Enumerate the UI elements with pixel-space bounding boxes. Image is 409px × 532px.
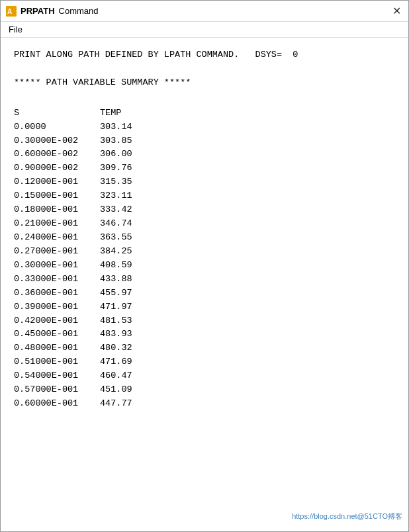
table-row: 0.57000E-001 451.09 xyxy=(14,383,395,397)
table-header: S TEMP xyxy=(14,107,395,120)
table-row: 0.51000E-001 471.69 xyxy=(14,355,395,369)
app-icon: A xyxy=(6,6,17,17)
cell-s: 0.0000 xyxy=(14,120,100,134)
table-row: 0.33000E-001 433.88 xyxy=(14,273,395,287)
table-row: 0.12000E-001 315.35 xyxy=(14,175,395,189)
cell-temp: 315.35 xyxy=(100,175,166,189)
menu-file[interactable]: File xyxy=(3,23,28,36)
window-command-label: Command xyxy=(59,6,99,16)
spacer-1 xyxy=(14,62,395,76)
table-row: 0.18000E-001 333.42 xyxy=(14,203,395,217)
cell-temp: 451.09 xyxy=(100,383,166,397)
cell-s: 0.48000E-001 xyxy=(14,341,100,355)
cell-temp: 303.85 xyxy=(100,134,166,148)
cell-s: 0.33000E-001 xyxy=(14,273,100,287)
col-temp-header: TEMP xyxy=(100,107,166,120)
table-row: 0.24000E-001 363.55 xyxy=(14,231,395,245)
title-bar-text: PRPATH Command xyxy=(21,6,390,16)
cell-temp: 460.47 xyxy=(100,369,166,383)
cell-s: 0.42000E-001 xyxy=(14,314,100,328)
table-row: 0.27000E-001 384.25 xyxy=(14,245,395,259)
cell-s: 0.12000E-001 xyxy=(14,175,100,189)
table-row: 0.21000E-001 346.74 xyxy=(14,217,395,231)
cell-temp: 303.14 xyxy=(100,120,166,134)
table-row: 0.45000E-001 483.93 xyxy=(14,328,395,341)
cell-s: 0.57000E-001 xyxy=(14,383,100,397)
cell-s: 0.45000E-001 xyxy=(14,328,100,341)
main-window: A PRPATH Command ✕ File PRINT ALONG PATH… xyxy=(0,0,409,532)
cell-temp: 480.32 xyxy=(100,341,166,355)
cell-s: 0.90000E-002 xyxy=(14,161,100,175)
cell-temp: 306.00 xyxy=(100,148,166,161)
data-table: S TEMP xyxy=(14,107,395,120)
cell-s: 0.51000E-001 xyxy=(14,355,100,369)
table-row: 0.60000E-001 447.77 xyxy=(14,397,395,411)
menu-bar: File xyxy=(1,22,408,38)
summary-title: ***** PATH VARIABLE SUMMARY ***** xyxy=(14,76,395,90)
cell-s: 0.27000E-001 xyxy=(14,245,100,259)
cell-temp: 471.69 xyxy=(100,355,166,369)
cell-s: 0.36000E-001 xyxy=(14,287,100,300)
cell-s: 0.18000E-001 xyxy=(14,203,100,217)
table-row: 0.90000E-002 309.76 xyxy=(14,161,395,175)
cell-s: 0.24000E-001 xyxy=(14,231,100,245)
cell-temp: 384.25 xyxy=(100,245,166,259)
cell-temp: 309.76 xyxy=(100,161,166,175)
table-row: 0.54000E-001 460.47 xyxy=(14,369,395,383)
table-row: 0.30000E-001 408.59 xyxy=(14,259,395,273)
cell-temp: 323.11 xyxy=(100,189,166,203)
cell-s: 0.39000E-001 xyxy=(14,300,100,314)
cell-temp: 447.77 xyxy=(100,397,166,411)
table-row: 0.30000E-002 303.85 xyxy=(14,134,395,148)
cell-temp: 483.93 xyxy=(100,328,166,341)
col-s-header: S xyxy=(14,107,100,120)
cell-temp: 471.97 xyxy=(100,300,166,314)
title-bar: A PRPATH Command ✕ xyxy=(1,1,408,22)
table-row: 0.0000 303.14 xyxy=(14,120,395,134)
cell-temp: 363.55 xyxy=(100,231,166,245)
cell-s: 0.30000E-001 xyxy=(14,259,100,273)
table-row: 0.60000E-002 306.00 xyxy=(14,148,395,161)
header-line: PRINT ALONG PATH DEFINED BY LPATH COMMAN… xyxy=(14,48,395,62)
app-name: PRPATH xyxy=(21,6,55,16)
content-area: PRINT ALONG PATH DEFINED BY LPATH COMMAN… xyxy=(1,38,408,531)
cell-s: 0.54000E-001 xyxy=(14,369,100,383)
table-row: 0.42000E-001 481.53 xyxy=(14,314,395,328)
cell-temp: 408.59 xyxy=(100,259,166,273)
cell-s: 0.60000E-001 xyxy=(14,397,100,411)
cell-s: 0.30000E-002 xyxy=(14,134,100,148)
table-row: 0.15000E-001 323.11 xyxy=(14,189,395,203)
spacer-2 xyxy=(14,90,395,104)
table-body: 0.0000 303.140.30000E-002 303.850.60000E… xyxy=(14,120,395,411)
cell-s: 0.15000E-001 xyxy=(14,189,100,203)
table-row: 0.39000E-001 471.97 xyxy=(14,300,395,314)
cell-temp: 333.42 xyxy=(100,203,166,217)
table-row: 0.36000E-001 455.97 xyxy=(14,287,395,300)
svg-text:A: A xyxy=(7,8,12,15)
cell-s: 0.21000E-001 xyxy=(14,217,100,231)
cell-temp: 346.74 xyxy=(100,217,166,231)
table-row: 0.48000E-001 480.32 xyxy=(14,341,395,355)
close-button[interactable]: ✕ xyxy=(390,5,403,18)
cell-temp: 481.53 xyxy=(100,314,166,328)
cell-temp: 455.97 xyxy=(100,287,166,300)
cell-s: 0.60000E-002 xyxy=(14,148,100,161)
cell-temp: 433.88 xyxy=(100,273,166,287)
